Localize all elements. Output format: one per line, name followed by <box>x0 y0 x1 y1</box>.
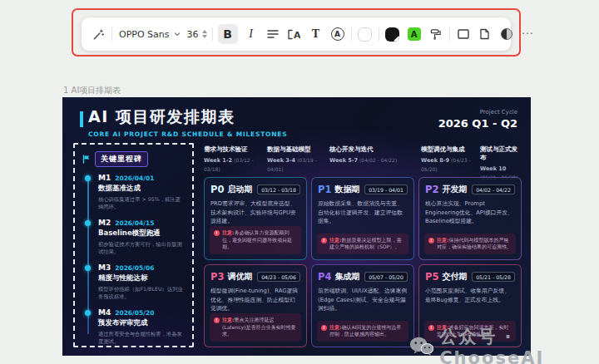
milestone-item: M42026/05/20 预发布评审完成 通过所有安全与合规性检查，准备灰度测试… <box>86 308 186 346</box>
fill-none-button[interactable] <box>357 24 374 44</box>
warning-icon: ! <box>428 238 434 243</box>
font-family-value: OPPO Sans <box>119 29 170 40</box>
milestone-id: M1 <box>98 174 111 182</box>
phase-name: 开发期 <box>442 184 467 195</box>
toolbar-divider <box>212 27 213 41</box>
note-text: 重点关注推理延迟(Latency)是否符合业务实时性要求。 <box>222 317 295 337</box>
note-prefix: 注意: <box>222 317 234 322</box>
phase-card-p2: P2 开发期 04/02 - 04/22 核心算法实现、Prompt Engin… <box>418 177 522 260</box>
milestone-id: M4 <box>98 308 111 317</box>
font-size-control[interactable]: 36 <box>187 29 207 40</box>
phase-body: 前后端联调、UI/UX适配、边缘案例(Edge Cases)测试、安全合规与漏洞… <box>318 287 408 313</box>
warning-icon: ! <box>214 230 220 236</box>
phase-body: PRD需求评审、大模型底座选型、技术架构设计、实验环境与GPU资源搭建。 <box>210 199 300 226</box>
phase-date-badge: 05/21 - 05/28 <box>472 272 515 282</box>
phase-date-badge: 04/23 - 05/06 <box>257 272 300 282</box>
milestone-desc: 模型评价指标（如F1/BLEU）达到业务预设标准。 <box>98 285 186 301</box>
week-title: 测试与正式发布 <box>480 145 522 162</box>
milestone-date: 2026/05/06 <box>115 264 154 272</box>
text-height-icon: A <box>288 29 300 40</box>
week-range: Week 1-2 <box>204 157 232 164</box>
milestone-desc: 初步验证技术方案可行，输出首版测试结果。 <box>98 240 186 256</box>
toolbar-divider <box>449 27 450 41</box>
week-header: 需求与技术验证 Week 1-2 (03/12 - 03/18) <box>204 145 267 181</box>
font-size-stepper[interactable] <box>202 30 207 38</box>
phase-card-p0: P0 启动期 03/12 - 03/18 PRD需求评审、大模型底座选型、技术架… <box>204 177 307 260</box>
italic-button[interactable]: I <box>243 24 260 44</box>
ellipsis-icon: ··· <box>522 28 533 40</box>
cycle-label: Project Cycle <box>438 109 517 116</box>
font-family-select[interactable]: OPPO Sans <box>117 24 182 44</box>
sidebar-title: 关键里程碑 <box>95 151 148 167</box>
frame-icon <box>458 29 469 39</box>
theme-contrast-button[interactable] <box>498 24 515 44</box>
text-style-button[interactable]: T <box>308 24 324 44</box>
paint-roller-icon <box>429 28 442 41</box>
note-prefix: 注意: <box>222 229 234 235</box>
more-options-button[interactable]: ··· <box>520 24 537 44</box>
font-size-value: 36 <box>187 29 199 40</box>
week-title: 需求与技术验证 <box>204 145 267 154</box>
text-style-label: T <box>312 27 319 41</box>
phase-body: 原始数据采集、数据清洗与去重、自动化标注逻辑开发、建立评估数据集。 <box>318 199 408 226</box>
chevron-down-icon <box>174 31 181 37</box>
warning-icon: ! <box>321 325 327 331</box>
week-title: 数据与基础模型 <box>267 145 329 154</box>
week-range: Week 5-7 <box>329 157 358 164</box>
phase-note: ! 注意:数据质量决定模型上限，需建立严格的抽检机制（SOP）。 <box>317 234 408 254</box>
text-effects-button[interactable]: A <box>329 24 346 44</box>
green-a-label: A <box>411 30 418 39</box>
phase-note: ! 注意:确认AI回复的合规性与边界控制，防止敏感内容输出。 <box>317 321 408 342</box>
highlight-color-button[interactable]: A <box>406 24 423 44</box>
text-color-button[interactable] <box>384 24 401 44</box>
week-range: Week 10 <box>480 165 506 172</box>
phase-date-badge: 03/19 - 04/01 <box>364 184 408 194</box>
text-format-toolbar: OPPO Sans 36 B I <box>82 17 511 51</box>
phase-id: P4 <box>318 271 331 283</box>
circled-a-icon: A <box>331 27 344 41</box>
milestone-title: 精度与性能达标 <box>98 273 186 283</box>
milestones-sidebar: 关键里程碑 M12026/04/01 数据基准达成 核心训练集通过率 > 95%… <box>73 143 194 347</box>
italic-label: I <box>249 27 253 41</box>
document-icon <box>479 28 490 40</box>
warning-icon: ! <box>321 238 327 243</box>
phase-date-badge: 03/12 - 03/18 <box>257 184 300 194</box>
phase-id: P2 <box>425 184 438 195</box>
ai-magic-wand-button[interactable] <box>90 24 106 44</box>
white-swatch-icon <box>358 27 372 42</box>
schedule-poster-image[interactable]: AI 项目研发排期表 CORE AI PROJECT R&D SCHEDULE … <box>62 97 531 356</box>
phase-id: P0 <box>210 184 224 195</box>
milestone-id: M2 <box>98 219 111 227</box>
format-painter-button[interactable] <box>428 24 444 44</box>
note-prefix: 注意: <box>329 324 341 330</box>
page-setup-button[interactable] <box>477 24 493 44</box>
timeline-dot <box>85 220 91 226</box>
phase-body: 核心算法实现、Prompt Engineering优化、API接口开发、Base… <box>425 199 515 226</box>
red-annotation-box: OPPO Sans 36 B I <box>72 8 521 57</box>
svg-text:A: A <box>294 29 300 40</box>
week-header: 数据与基础模型 Week 3-4 (03/19 - 04/01) <box>267 145 329 181</box>
week-title: 核心开发与迭代 <box>329 145 421 154</box>
note-prefix: 注意: <box>437 237 448 243</box>
line-spacing-button[interactable]: A <box>286 24 303 44</box>
editor-page: OPPO Sans 36 B I <box>0 0 599 364</box>
bold-button[interactable]: B <box>218 24 238 44</box>
milestone-title: 数据基准达成 <box>98 184 186 194</box>
phase-card-p1: P1 数据期 03/19 - 04/01 原始数据采集、数据清洗与去重、自动化标… <box>311 177 414 260</box>
timeline-dot <box>85 175 91 181</box>
phase-card-p4: P4 集成期 05/07 - 05/20 前后端联调、UI/UX适配、边缘案例(… <box>311 264 414 347</box>
phase-date-badge: 04/02 - 04/22 <box>472 184 515 194</box>
align-button[interactable] <box>265 24 281 44</box>
milestone-date: 2026/05/20 <box>115 309 154 317</box>
timeline-dot <box>85 310 91 316</box>
title-accent-bar <box>80 111 83 127</box>
week-dates: (04/02 - 04/22) <box>359 157 397 163</box>
milestone-timeline: M12026/04/01 数据基准达成 核心训练集通过率 > 95%，标注逻辑闭… <box>86 174 186 346</box>
note-text: 保持代码与模型版本的严格对应，确保实验结果的可追溯性。 <box>437 237 512 250</box>
phase-note: ! 注意:保持代码与模型版本的严格对应，确保实验结果的可追溯性。 <box>424 234 516 254</box>
step-down-icon <box>202 35 207 38</box>
phase-id: P1 <box>318 184 331 195</box>
phase-card-p3: P3 调优期 04/23 - 05/06 模型微调(Fine-tuning)、R… <box>204 264 307 347</box>
frame-button[interactable] <box>455 24 472 44</box>
phase-body: 小范围灰度测试、收集用户反馈、最终Bug修复、正式发布上线。 <box>425 287 515 304</box>
